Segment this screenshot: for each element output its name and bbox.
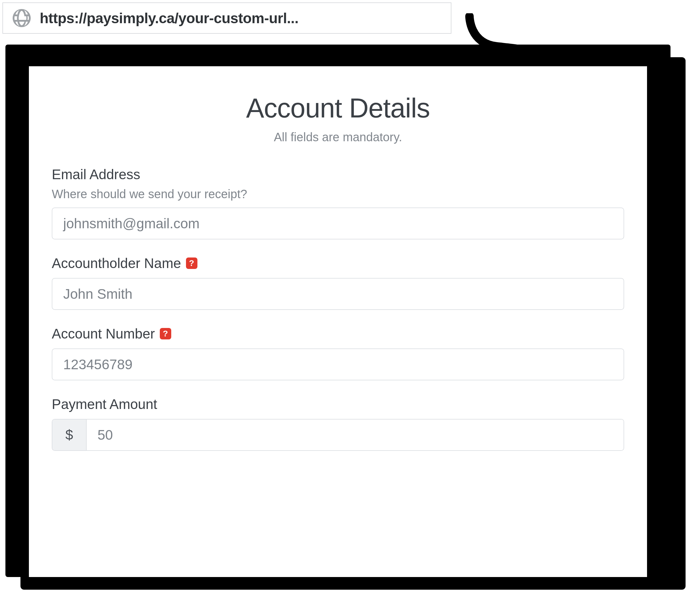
email-label-text: Email Address	[52, 166, 140, 182]
window-frame: Account Details All fields are mandatory…	[5, 45, 671, 577]
accountholder-label: Accountholder Name ?	[52, 255, 624, 271]
currency-prefix: $	[52, 420, 87, 450]
account-number-field-group: Account Number ? 123456789	[52, 326, 624, 380]
form-panel: Account Details All fields are mandatory…	[29, 66, 647, 577]
page-title: Account Details	[52, 93, 624, 124]
account-details-form: Email Address Where should we send your …	[52, 166, 624, 451]
email-input-value: johnsmith@gmail.com	[63, 215, 200, 231]
email-label: Email Address	[52, 166, 624, 182]
url-bar[interactable]: https://paysimply.ca/your-custom-url...	[2, 2, 451, 34]
payment-amount-input[interactable]: 50	[87, 420, 624, 450]
globe-icon	[12, 8, 31, 28]
accountholder-field-group: Accountholder Name ? John Smith	[52, 255, 624, 310]
payment-amount-input-group: $ 50	[52, 419, 624, 451]
accountholder-input-value: John Smith	[63, 286, 132, 302]
payment-amount-label-text: Payment Amount	[52, 396, 157, 412]
email-help-text: Where should we send your receipt?	[52, 187, 624, 201]
help-icon[interactable]: ?	[186, 257, 198, 269]
payment-amount-label: Payment Amount	[52, 396, 624, 412]
url-text: https://paysimply.ca/your-custom-url...	[40, 10, 299, 26]
account-number-label-text: Account Number	[52, 326, 155, 342]
help-icon[interactable]: ?	[160, 328, 171, 340]
accountholder-input[interactable]: John Smith	[52, 278, 624, 310]
accountholder-label-text: Accountholder Name	[52, 255, 181, 271]
email-input[interactable]: johnsmith@gmail.com	[52, 207, 624, 240]
page-subtitle: All fields are mandatory.	[52, 130, 624, 144]
payment-amount-input-value: 50	[98, 427, 113, 443]
account-number-label: Account Number ?	[52, 326, 624, 342]
account-number-input[interactable]: 123456789	[52, 348, 624, 380]
account-number-input-value: 123456789	[63, 356, 132, 373]
email-field-group: Email Address Where should we send your …	[52, 166, 624, 240]
payment-amount-field-group: Payment Amount $ 50	[52, 396, 624, 451]
